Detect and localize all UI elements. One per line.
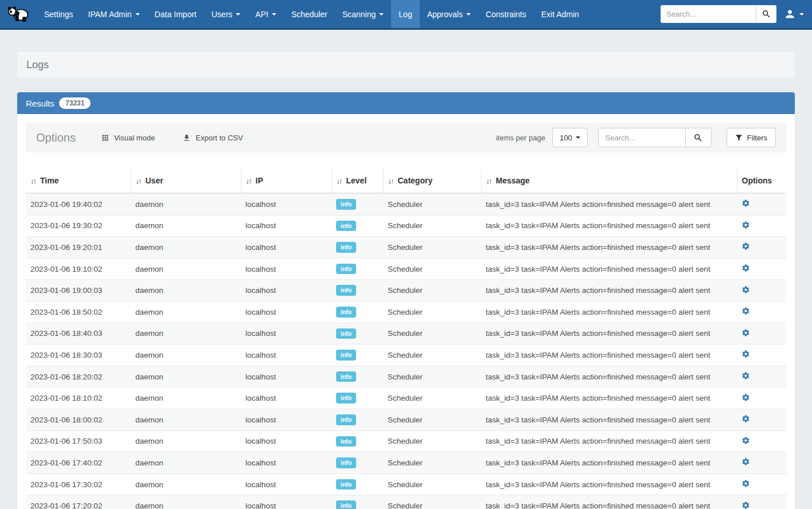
- gear-icon: [741, 501, 750, 509]
- cell-category: Scheduler: [383, 387, 481, 409]
- cell-ip: localhost: [241, 193, 331, 215]
- cell-options: [737, 495, 786, 509]
- row-settings-gear[interactable]: [741, 371, 750, 380]
- nav-item-ipam-admin[interactable]: IPAM Admin: [81, 0, 147, 28]
- cell-time: 2023-01-06 18:50:02: [26, 301, 131, 323]
- page-title: Logs: [26, 59, 49, 71]
- table-search-button[interactable]: [685, 128, 712, 147]
- column-header-message[interactable]: Message: [481, 169, 737, 193]
- nav-item-users[interactable]: Users: [204, 0, 248, 28]
- search-icon: [693, 133, 703, 143]
- nav-item-settings[interactable]: Settings: [37, 0, 81, 28]
- table-row: 2023-01-06 19:20:01daemonlocalhostinfoSc…: [26, 237, 786, 259]
- row-settings-gear[interactable]: [741, 242, 750, 250]
- column-header-user[interactable]: User: [131, 169, 241, 193]
- cell-category: Scheduler: [383, 344, 481, 366]
- cell-category: Scheduler: [383, 409, 481, 430]
- cell-category: Scheduler: [383, 430, 481, 452]
- column-label: Options: [742, 176, 772, 185]
- cell-time: 2023-01-06 19:40:02: [26, 193, 131, 215]
- navbar-search-button[interactable]: [756, 5, 776, 23]
- cell-level: info: [331, 366, 383, 387]
- row-settings-gear[interactable]: [741, 199, 750, 207]
- column-header-options: Options: [737, 169, 786, 193]
- cell-options: [737, 387, 786, 409]
- cell-user: daemon: [131, 409, 241, 430]
- row-settings-gear[interactable]: [741, 221, 750, 229]
- cell-category: Scheduler: [383, 193, 481, 215]
- nav-item-label: Log: [399, 10, 412, 19]
- row-settings-gear[interactable]: [741, 307, 750, 315]
- column-header-level[interactable]: Level: [331, 169, 383, 193]
- navbar-search-input[interactable]: [661, 5, 756, 23]
- navbar-right-tools: [661, 0, 804, 28]
- row-settings-gear[interactable]: [741, 457, 750, 466]
- column-header-time[interactable]: Time: [26, 169, 131, 193]
- options-toolbar: Options Visual mode Export to CSV items …: [26, 123, 786, 152]
- gear-icon: [741, 436, 750, 445]
- column-label: Time: [40, 176, 58, 185]
- gear-icon: [741, 242, 750, 250]
- cell-user: daemon: [131, 193, 241, 215]
- row-settings-gear[interactable]: [741, 350, 750, 358]
- nav-item-exit-admin[interactable]: Exit Admin: [534, 0, 587, 28]
- cell-level: info: [331, 280, 383, 302]
- row-settings-gear[interactable]: [741, 393, 750, 402]
- cell-level: info: [331, 430, 383, 452]
- row-settings-gear[interactable]: [741, 285, 750, 294]
- level-badge: info: [336, 414, 356, 425]
- row-settings-gear[interactable]: [741, 479, 750, 488]
- nav-item-approvals[interactable]: Approvals: [420, 0, 478, 28]
- cell-user: daemon: [131, 430, 241, 452]
- results-body: Options Visual mode Export to CSV items …: [17, 114, 795, 509]
- cell-options: [737, 301, 786, 323]
- export-csv-button[interactable]: Export to CSV: [182, 134, 243, 142]
- column-header-ip[interactable]: IP: [241, 169, 331, 193]
- nav-item-constraints[interactable]: Constraints: [478, 0, 534, 28]
- visual-mode-label: Visual mode: [114, 134, 155, 142]
- nav-item-label: Approvals: [427, 10, 463, 19]
- level-badge: info: [336, 307, 356, 318]
- cell-ip: localhost: [241, 473, 331, 495]
- cell-options: [737, 323, 786, 344]
- brand-logo[interactable]: [0, 0, 37, 28]
- column-header-category[interactable]: Category: [383, 169, 481, 193]
- row-settings-gear[interactable]: [741, 264, 750, 272]
- nav-item-scheduler[interactable]: Scheduler: [284, 0, 335, 28]
- cell-user: daemon: [131, 215, 241, 237]
- grid-icon: [101, 134, 110, 142]
- row-settings-gear[interactable]: [741, 501, 750, 509]
- gear-icon: [741, 285, 750, 294]
- row-settings-gear[interactable]: [741, 414, 750, 423]
- table-row: 2023-01-06 18:10:02daemonlocalhostinfoSc…: [26, 387, 786, 409]
- gear-icon: [741, 414, 750, 423]
- filters-button[interactable]: Filters: [727, 128, 776, 147]
- export-csv-label: Export to CSV: [196, 134, 243, 142]
- nav-item-api[interactable]: API: [248, 0, 284, 28]
- cell-category: Scheduler: [383, 237, 481, 259]
- chevron-down-icon: [135, 13, 140, 15]
- cell-user: daemon: [131, 258, 241, 280]
- cell-user: daemon: [131, 387, 241, 409]
- cell-time: 2023-01-06 18:40:03: [26, 323, 131, 344]
- row-settings-gear[interactable]: [741, 328, 750, 337]
- cell-ip: localhost: [241, 366, 331, 387]
- table-row: 2023-01-06 17:40:02daemonlocalhostinfoSc…: [26, 452, 786, 474]
- nav-item-data-import[interactable]: Data Import: [147, 0, 204, 28]
- nav-item-log[interactable]: Log: [391, 0, 419, 28]
- navbar-search: [661, 5, 776, 23]
- column-label: Level: [346, 176, 367, 185]
- user-menu[interactable]: [784, 8, 804, 20]
- visual-mode-button[interactable]: Visual mode: [101, 134, 155, 142]
- items-per-page-dropdown[interactable]: 100: [552, 128, 588, 147]
- table-search-input[interactable]: [598, 128, 685, 147]
- cell-time: 2023-01-06 19:30:02: [26, 215, 131, 237]
- row-settings-gear[interactable]: [741, 436, 750, 445]
- cell-ip: localhost: [241, 409, 331, 430]
- sort-icon: [388, 176, 398, 185]
- top-navbar: SettingsIPAM AdminData ImportUsersAPISch…: [0, 0, 812, 30]
- cell-options: [737, 452, 786, 474]
- nav-item-scanning[interactable]: Scanning: [335, 0, 391, 28]
- table-row: 2023-01-06 19:40:02daemonlocalhostinfoSc…: [26, 193, 786, 215]
- column-label: IP: [256, 176, 263, 185]
